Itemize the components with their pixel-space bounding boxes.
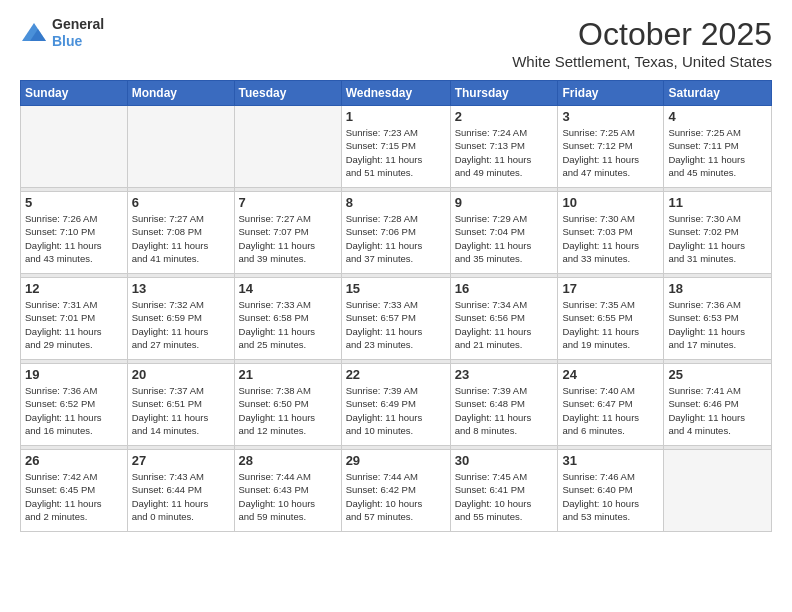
day-number: 4: [668, 109, 767, 124]
day-info: Sunrise: 7:35 AM Sunset: 6:55 PM Dayligh…: [562, 298, 659, 351]
location: White Settlement, Texas, United States: [512, 53, 772, 70]
calendar-week-row: 1Sunrise: 7:23 AM Sunset: 7:15 PM Daylig…: [21, 106, 772, 188]
day-info: Sunrise: 7:24 AM Sunset: 7:13 PM Dayligh…: [455, 126, 554, 179]
day-info: Sunrise: 7:40 AM Sunset: 6:47 PM Dayligh…: [562, 384, 659, 437]
table-row: 24Sunrise: 7:40 AM Sunset: 6:47 PM Dayli…: [558, 364, 664, 446]
table-row: 21Sunrise: 7:38 AM Sunset: 6:50 PM Dayli…: [234, 364, 341, 446]
day-info: Sunrise: 7:46 AM Sunset: 6:40 PM Dayligh…: [562, 470, 659, 523]
day-number: 9: [455, 195, 554, 210]
table-row: 18Sunrise: 7:36 AM Sunset: 6:53 PM Dayli…: [664, 278, 772, 360]
logo-text: General Blue: [52, 16, 104, 50]
day-number: 16: [455, 281, 554, 296]
day-info: Sunrise: 7:30 AM Sunset: 7:03 PM Dayligh…: [562, 212, 659, 265]
day-number: 13: [132, 281, 230, 296]
table-row: 27Sunrise: 7:43 AM Sunset: 6:44 PM Dayli…: [127, 450, 234, 532]
day-number: 12: [25, 281, 123, 296]
day-number: 30: [455, 453, 554, 468]
col-thursday: Thursday: [450, 81, 558, 106]
day-number: 31: [562, 453, 659, 468]
day-info: Sunrise: 7:27 AM Sunset: 7:07 PM Dayligh…: [239, 212, 337, 265]
table-row: 19Sunrise: 7:36 AM Sunset: 6:52 PM Dayli…: [21, 364, 128, 446]
table-row: 25Sunrise: 7:41 AM Sunset: 6:46 PM Dayli…: [664, 364, 772, 446]
day-info: Sunrise: 7:42 AM Sunset: 6:45 PM Dayligh…: [25, 470, 123, 523]
day-number: 25: [668, 367, 767, 382]
table-row: 30Sunrise: 7:45 AM Sunset: 6:41 PM Dayli…: [450, 450, 558, 532]
col-friday: Friday: [558, 81, 664, 106]
header: General Blue October 2025 White Settleme…: [20, 16, 772, 70]
col-tuesday: Tuesday: [234, 81, 341, 106]
col-saturday: Saturday: [664, 81, 772, 106]
table-row: 11Sunrise: 7:30 AM Sunset: 7:02 PM Dayli…: [664, 192, 772, 274]
day-info: Sunrise: 7:44 AM Sunset: 6:43 PM Dayligh…: [239, 470, 337, 523]
day-number: 18: [668, 281, 767, 296]
day-number: 23: [455, 367, 554, 382]
table-row: 1Sunrise: 7:23 AM Sunset: 7:15 PM Daylig…: [341, 106, 450, 188]
table-row: 29Sunrise: 7:44 AM Sunset: 6:42 PM Dayli…: [341, 450, 450, 532]
logo-general-text: General: [52, 16, 104, 33]
table-row: 23Sunrise: 7:39 AM Sunset: 6:48 PM Dayli…: [450, 364, 558, 446]
logo-icon: [20, 19, 48, 47]
table-row: 13Sunrise: 7:32 AM Sunset: 6:59 PM Dayli…: [127, 278, 234, 360]
day-number: 15: [346, 281, 446, 296]
day-number: 6: [132, 195, 230, 210]
table-row: 20Sunrise: 7:37 AM Sunset: 6:51 PM Dayli…: [127, 364, 234, 446]
table-row: 2Sunrise: 7:24 AM Sunset: 7:13 PM Daylig…: [450, 106, 558, 188]
col-sunday: Sunday: [21, 81, 128, 106]
title-block: October 2025 White Settlement, Texas, Un…: [512, 16, 772, 70]
day-number: 14: [239, 281, 337, 296]
table-row: 15Sunrise: 7:33 AM Sunset: 6:57 PM Dayli…: [341, 278, 450, 360]
table-row: 8Sunrise: 7:28 AM Sunset: 7:06 PM Daylig…: [341, 192, 450, 274]
day-info: Sunrise: 7:36 AM Sunset: 6:52 PM Dayligh…: [25, 384, 123, 437]
col-monday: Monday: [127, 81, 234, 106]
table-row: 10Sunrise: 7:30 AM Sunset: 7:03 PM Dayli…: [558, 192, 664, 274]
table-row: 26Sunrise: 7:42 AM Sunset: 6:45 PM Dayli…: [21, 450, 128, 532]
day-info: Sunrise: 7:43 AM Sunset: 6:44 PM Dayligh…: [132, 470, 230, 523]
day-info: Sunrise: 7:41 AM Sunset: 6:46 PM Dayligh…: [668, 384, 767, 437]
day-info: Sunrise: 7:38 AM Sunset: 6:50 PM Dayligh…: [239, 384, 337, 437]
page: General Blue October 2025 White Settleme…: [0, 0, 792, 542]
day-number: 19: [25, 367, 123, 382]
day-number: 17: [562, 281, 659, 296]
day-info: Sunrise: 7:32 AM Sunset: 6:59 PM Dayligh…: [132, 298, 230, 351]
day-info: Sunrise: 7:26 AM Sunset: 7:10 PM Dayligh…: [25, 212, 123, 265]
day-info: Sunrise: 7:33 AM Sunset: 6:57 PM Dayligh…: [346, 298, 446, 351]
day-info: Sunrise: 7:25 AM Sunset: 7:11 PM Dayligh…: [668, 126, 767, 179]
table-row: 7Sunrise: 7:27 AM Sunset: 7:07 PM Daylig…: [234, 192, 341, 274]
day-number: 11: [668, 195, 767, 210]
day-info: Sunrise: 7:27 AM Sunset: 7:08 PM Dayligh…: [132, 212, 230, 265]
day-info: Sunrise: 7:23 AM Sunset: 7:15 PM Dayligh…: [346, 126, 446, 179]
table-row: [127, 106, 234, 188]
day-info: Sunrise: 7:30 AM Sunset: 7:02 PM Dayligh…: [668, 212, 767, 265]
table-row: 4Sunrise: 7:25 AM Sunset: 7:11 PM Daylig…: [664, 106, 772, 188]
day-number: 2: [455, 109, 554, 124]
table-row: 5Sunrise: 7:26 AM Sunset: 7:10 PM Daylig…: [21, 192, 128, 274]
day-info: Sunrise: 7:45 AM Sunset: 6:41 PM Dayligh…: [455, 470, 554, 523]
table-row: [234, 106, 341, 188]
table-row: 3Sunrise: 7:25 AM Sunset: 7:12 PM Daylig…: [558, 106, 664, 188]
col-wednesday: Wednesday: [341, 81, 450, 106]
calendar-week-row: 19Sunrise: 7:36 AM Sunset: 6:52 PM Dayli…: [21, 364, 772, 446]
day-number: 7: [239, 195, 337, 210]
day-info: Sunrise: 7:39 AM Sunset: 6:49 PM Dayligh…: [346, 384, 446, 437]
table-row: [664, 450, 772, 532]
day-info: Sunrise: 7:34 AM Sunset: 6:56 PM Dayligh…: [455, 298, 554, 351]
calendar-week-row: 5Sunrise: 7:26 AM Sunset: 7:10 PM Daylig…: [21, 192, 772, 274]
day-info: Sunrise: 7:29 AM Sunset: 7:04 PM Dayligh…: [455, 212, 554, 265]
day-number: 27: [132, 453, 230, 468]
day-number: 10: [562, 195, 659, 210]
calendar-header-row: Sunday Monday Tuesday Wednesday Thursday…: [21, 81, 772, 106]
month-title: October 2025: [512, 16, 772, 53]
table-row: 31Sunrise: 7:46 AM Sunset: 6:40 PM Dayli…: [558, 450, 664, 532]
day-number: 29: [346, 453, 446, 468]
calendar-week-row: 12Sunrise: 7:31 AM Sunset: 7:01 PM Dayli…: [21, 278, 772, 360]
day-number: 20: [132, 367, 230, 382]
day-number: 24: [562, 367, 659, 382]
day-info: Sunrise: 7:36 AM Sunset: 6:53 PM Dayligh…: [668, 298, 767, 351]
day-number: 5: [25, 195, 123, 210]
day-number: 21: [239, 367, 337, 382]
table-row: 22Sunrise: 7:39 AM Sunset: 6:49 PM Dayli…: [341, 364, 450, 446]
day-info: Sunrise: 7:25 AM Sunset: 7:12 PM Dayligh…: [562, 126, 659, 179]
table-row: 17Sunrise: 7:35 AM Sunset: 6:55 PM Dayli…: [558, 278, 664, 360]
day-info: Sunrise: 7:31 AM Sunset: 7:01 PM Dayligh…: [25, 298, 123, 351]
day-number: 8: [346, 195, 446, 210]
